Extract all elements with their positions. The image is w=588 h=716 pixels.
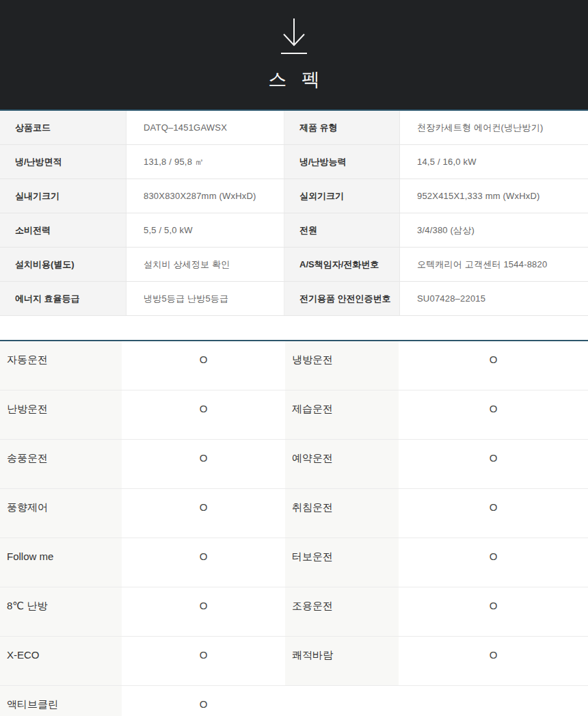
feature-mark-left: O xyxy=(122,538,285,587)
feature-mark-right: O xyxy=(399,489,588,538)
spec-label-right: 실외기크기 xyxy=(284,179,400,213)
spec-value-right: 오텍캐리어 고객센터 1544-8820 xyxy=(400,248,588,281)
spec-label-right: A/S책임자/전화번호 xyxy=(284,248,400,281)
feature-row: Follow meO터보운전O xyxy=(0,538,588,587)
feature-label-left: 송풍운전 xyxy=(0,440,122,488)
feature-label-left: 8℃ 난방 xyxy=(0,587,122,636)
feature-row: 난방운전O제습운전O xyxy=(0,390,588,440)
feature-label-left: Follow me xyxy=(0,538,122,587)
feature-mark-right: O xyxy=(399,637,588,685)
feature-row: 8℃ 난방O조용운전O xyxy=(0,587,588,637)
spec-value-right: 14,5 / 16,0 kW xyxy=(400,145,588,178)
spec-label-left: 냉/난방면적 xyxy=(0,145,126,178)
feature-label-right: 조용운전 xyxy=(285,587,399,636)
product-spec-page: 스 펙 상품코드DATQ–1451GAWSX제품 유형천장카세트형 에어컨(냉난… xyxy=(0,0,588,716)
feature-mark-left: O xyxy=(122,587,285,636)
feature-mark-left: O xyxy=(122,489,285,538)
feature-mark-right: O xyxy=(399,390,588,439)
spec-value-right: 3/4/380 (삼상) xyxy=(400,213,588,247)
feature-label-right: 터보운전 xyxy=(285,538,399,587)
feature-label-right: 제습운전 xyxy=(285,390,399,439)
feature-table: 자동운전O냉방운전O난방운전O제습운전O송풍운전O예약운전O풍향제어O취침운전O… xyxy=(0,340,588,716)
spec-value-left: 설치비 상세정보 확인 xyxy=(126,248,284,281)
spec-label-right: 냉/난방능력 xyxy=(284,145,400,178)
spec-table: 상품코드DATQ–1451GAWSX제품 유형천장카세트형 에어컨(냉난방기)냉… xyxy=(0,109,588,316)
spec-label-right: 전기용품 안전인증번호 xyxy=(284,282,400,315)
table-gap xyxy=(0,316,588,340)
feature-label-left: 액티브클린 xyxy=(0,686,122,716)
feature-label-right: 예약운전 xyxy=(285,440,399,488)
feature-mark-left: O xyxy=(122,390,285,439)
feature-mark-left: O xyxy=(122,341,285,390)
spec-row: 소비전력5,5 / 5,0 kW전원3/4/380 (삼상) xyxy=(0,213,588,248)
feature-row: X-ECOO쾌적바람O xyxy=(0,637,588,686)
feature-label-left: 자동운전 xyxy=(0,341,122,390)
spec-value-left: 냉방5등급 난방5등급 xyxy=(126,282,284,315)
spec-label-left: 실내기크기 xyxy=(0,179,126,213)
spec-label-left: 상품코드 xyxy=(0,111,126,144)
spec-row: 실내기크기830X830X287mm (WxHxD)실외기크기952X415X1… xyxy=(0,179,588,213)
feature-mark-right: O xyxy=(399,341,588,390)
spec-label-right: 제품 유형 xyxy=(284,111,400,144)
feature-label-right: 냉방운전 xyxy=(285,341,399,390)
feature-label-left: X-ECO xyxy=(0,637,122,685)
spec-label-left: 에너지 효율등급 xyxy=(0,282,126,315)
spec-value-left: DATQ–1451GAWSX xyxy=(126,111,284,144)
spec-row: 설치비용(별도)설치비 상세정보 확인A/S책임자/전화번호오텍캐리어 고객센터… xyxy=(0,248,588,282)
down-arrow-icon xyxy=(278,17,310,58)
spec-label-left: 소비전력 xyxy=(0,213,126,247)
feature-row: 풍향제어O취침운전O xyxy=(0,489,588,538)
spec-value-left: 131,8 / 95,8 ㎡ xyxy=(126,145,284,178)
spec-banner: 스 펙 xyxy=(0,0,588,109)
feature-mark-right: O xyxy=(399,538,588,587)
spec-value-right: SU07428–22015 xyxy=(400,282,588,315)
feature-label-left: 난방운전 xyxy=(0,390,122,439)
section-title: 스 펙 xyxy=(263,67,325,92)
feature-row: 송풍운전O예약운전O xyxy=(0,440,588,489)
spec-value-left: 830X830X287mm (WxHxD) xyxy=(126,179,284,213)
feature-row: 액티브클린O xyxy=(0,686,588,716)
spec-label-right: 전원 xyxy=(284,213,400,247)
feature-label-right: 쾌적바람 xyxy=(285,637,399,685)
feature-label-right xyxy=(285,686,399,716)
feature-mark-left: O xyxy=(122,686,285,716)
feature-row: 자동운전O냉방운전O xyxy=(0,341,588,390)
spec-value-left: 5,5 / 5,0 kW xyxy=(126,213,284,247)
spec-row: 냉/난방면적131,8 / 95,8 ㎡냉/난방능력14,5 / 16,0 kW xyxy=(0,145,588,179)
feature-mark-right xyxy=(399,686,588,716)
feature-label-right: 취침운전 xyxy=(285,489,399,538)
feature-label-left: 풍향제어 xyxy=(0,489,122,538)
spec-row: 상품코드DATQ–1451GAWSX제품 유형천장카세트형 에어컨(냉난방기) xyxy=(0,111,588,145)
feature-mark-left: O xyxy=(122,637,285,685)
spec-label-left: 설치비용(별도) xyxy=(0,248,126,281)
spec-row: 에너지 효율등급냉방5등급 난방5등급전기용품 안전인증번호SU07428–22… xyxy=(0,282,588,316)
spec-value-right: 952X415X1,333 mm (WxHxD) xyxy=(400,179,588,213)
spec-value-right: 천장카세트형 에어컨(냉난방기) xyxy=(400,111,588,144)
feature-mark-right: O xyxy=(399,587,588,636)
feature-mark-left: O xyxy=(122,440,285,488)
feature-mark-right: O xyxy=(399,440,588,488)
